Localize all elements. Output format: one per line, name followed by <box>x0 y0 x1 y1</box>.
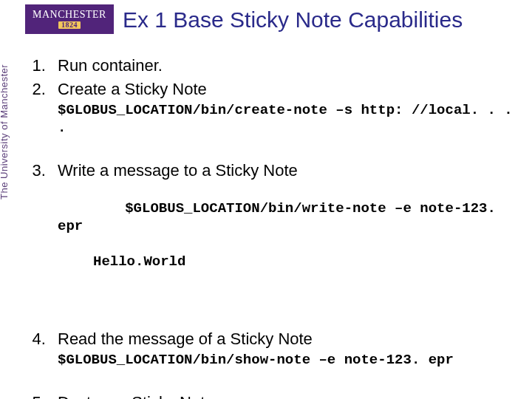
slide-title: Ex 1 Base Sticky Note Capabilities <box>123 7 463 33</box>
logo-name: MANCHESTER <box>33 10 106 21</box>
logo-year: 1824 <box>58 21 81 30</box>
steps-list: Run container. Create a Sticky Note $GLO… <box>28 56 525 399</box>
step-1-label: Run container. <box>58 56 163 75</box>
step-3-label: Write a message to a Sticky Note <box>58 161 298 180</box>
sidebar-university-text: The University of Manchester <box>0 64 10 200</box>
step-3-code-line1: $GLOBUS_LOCATION/bin/write-note –e note-… <box>58 200 504 234</box>
step-4-label: Read the message of a Sticky Note <box>58 330 313 348</box>
step-4: Read the message of a Sticky Note $GLOBU… <box>50 330 525 369</box>
step-3: Write a message to a Sticky Note $GLOBUS… <box>50 161 525 306</box>
step-2-code: $GLOBUS_LOCATION/bin/create-note –s http… <box>58 102 525 137</box>
step-4-code: $GLOBUS_LOCATION/bin/show-note –e note-1… <box>58 352 525 369</box>
step-2-label: Create a Sticky Note <box>58 80 207 98</box>
step-5-label: Destroy a Sticky Note <box>58 393 214 400</box>
step-5: Destroy a Sticky Note $GLOBUS_LOCATION/b… <box>50 393 525 400</box>
step-3-code: $GLOBUS_LOCATION/bin/write-note –e note-… <box>58 183 525 306</box>
sidebar-band: The University of Manchester <box>0 0 21 399</box>
slide-body: Run container. Create a Sticky Note $GLO… <box>28 56 525 399</box>
university-logo: MANCHESTER 1824 <box>25 4 114 34</box>
step-3-code-line2: Hello.World <box>93 253 525 271</box>
step-1: Run container. <box>50 56 525 75</box>
step-2: Create a Sticky Note $GLOBUS_LOCATION/bi… <box>50 80 525 137</box>
